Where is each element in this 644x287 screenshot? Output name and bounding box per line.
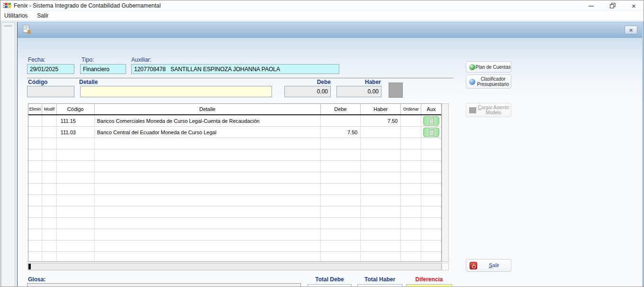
column-header-modif: Modif xyxy=(42,104,57,114)
codigo-label: Código xyxy=(28,79,47,85)
cell-codigo xyxy=(57,184,95,195)
haber-input[interactable]: 0.00 xyxy=(336,86,381,97)
cell-detalle xyxy=(95,138,321,149)
cell-debe xyxy=(321,252,361,262)
auxiliar-label: Auxiliar: xyxy=(131,56,152,63)
cell-modif xyxy=(42,184,57,195)
table-row[interactable] xyxy=(28,229,441,241)
cell-elimin xyxy=(28,195,42,206)
cell-ordenar xyxy=(401,172,421,184)
table-row[interactable] xyxy=(28,195,441,206)
minimize-button[interactable] xyxy=(581,0,602,11)
title-bar: Fenix - Sistema Integrado de Contabilida… xyxy=(0,0,644,11)
fecha-input[interactable]: 29/01/2025 xyxy=(27,64,74,74)
child-title-bar: × xyxy=(18,22,642,38)
cell-codigo xyxy=(57,252,95,262)
left-dock-panel[interactable] xyxy=(1,22,15,287)
aux-button[interactable] xyxy=(423,128,439,137)
document-icon xyxy=(429,118,434,124)
cell-ordenar xyxy=(401,115,421,127)
menu-bar: Utilitarios Salir xyxy=(0,11,644,21)
detalle-input[interactable] xyxy=(80,86,272,97)
plan-de-cuentas-button[interactable]: Plan de Cuentas xyxy=(466,61,511,73)
tipo-input[interactable]: Financiero xyxy=(80,64,126,74)
square-button[interactable] xyxy=(389,83,403,98)
table-horizontal-scrollbar[interactable] xyxy=(27,263,442,270)
application-window: Fenix - Sistema Integrado de Contabilida… xyxy=(0,0,644,287)
plan-de-cuentas-label: Plan de Cuentas xyxy=(475,65,511,70)
cell-ordenar xyxy=(401,184,421,195)
cell-haber xyxy=(361,149,401,161)
table-row[interactable] xyxy=(28,241,441,252)
cell-ordenar xyxy=(401,241,421,252)
cell-elimin xyxy=(28,161,42,172)
cargar-asiento-modelo-button[interactable]: Cargar AsientoModelo xyxy=(466,103,511,117)
cell-ordenar xyxy=(401,195,421,206)
cell-ordenar xyxy=(401,127,421,138)
table-row[interactable]: 111.15Bancos Comerciales Moneda de Curso… xyxy=(28,115,441,127)
dock-grip-handle[interactable] xyxy=(4,25,12,27)
total-haber-label: Total Haber xyxy=(357,276,402,283)
cell-elimin xyxy=(28,138,42,149)
cell-ordenar xyxy=(401,206,421,218)
table-row[interactable] xyxy=(28,149,441,161)
table-row[interactable] xyxy=(28,138,441,149)
entries-table: Elimin Modif Código Detalle Debe Haber O… xyxy=(28,103,442,262)
column-header-ordenar: Ordenar xyxy=(401,104,421,114)
cell-haber xyxy=(361,241,401,252)
clasificador-presupuestario-button[interactable]: ClasificadorPresupuestario xyxy=(466,74,511,89)
menu-salir[interactable]: Salir xyxy=(32,11,53,20)
salir-label: Salir xyxy=(477,263,511,268)
cell-modif xyxy=(42,241,57,252)
table-row[interactable] xyxy=(28,218,441,229)
cell-debe xyxy=(321,206,361,218)
menu-utilitarios[interactable]: Utilitarios xyxy=(0,11,32,20)
cell-aux xyxy=(421,127,441,138)
restore-button[interactable] xyxy=(602,0,623,11)
scroll-position-marker[interactable] xyxy=(28,264,31,269)
cell-elimin xyxy=(28,241,42,252)
auxiliar-input[interactable]: 1207708478 SANTILLAN ESPINOZA JOHANNA PA… xyxy=(131,64,339,74)
table-row[interactable] xyxy=(28,184,441,195)
cell-detalle xyxy=(95,218,321,229)
cell-aux xyxy=(421,138,441,149)
cell-elimin xyxy=(28,184,42,195)
column-header-codigo: Código xyxy=(57,104,95,114)
table-row[interactable] xyxy=(28,252,441,262)
cell-elimin xyxy=(28,115,42,127)
column-header-elimin: Elimin xyxy=(28,104,42,114)
cell-detalle xyxy=(95,149,321,161)
table-vertical-scrollbar[interactable] xyxy=(442,103,449,262)
table-row[interactable] xyxy=(28,206,441,218)
cell-modif xyxy=(42,195,57,206)
cell-debe: 7.50 xyxy=(321,127,361,138)
diferencia-field: 0.00 xyxy=(406,284,452,287)
cell-modif xyxy=(42,206,57,218)
debe-input[interactable]: 0.00 xyxy=(284,86,331,97)
cell-codigo xyxy=(57,229,95,241)
cell-aux xyxy=(421,149,441,161)
cell-detalle xyxy=(95,195,321,206)
cell-detalle xyxy=(95,184,321,195)
cell-detalle: Banco Central del Ecuador Moneda de Curs… xyxy=(95,127,321,138)
app-logo-icon xyxy=(3,2,11,9)
child-close-icon[interactable]: × xyxy=(625,26,637,34)
cell-codigo: 111.15 xyxy=(57,115,95,127)
cell-ordenar xyxy=(401,138,421,149)
total-debe-label: Total Debe xyxy=(308,276,352,283)
cell-aux xyxy=(421,218,441,229)
aux-button[interactable] xyxy=(423,116,439,126)
salir-button[interactable]: Salir xyxy=(466,259,511,272)
cell-codigo xyxy=(57,218,95,229)
cell-debe xyxy=(321,172,361,184)
glosa-input[interactable]: P/R. TRANSFERENCIA RECIBIDA DE CUENTA RO… xyxy=(27,283,301,287)
cell-modif xyxy=(42,138,57,149)
detalle-label: Detalle xyxy=(79,79,98,85)
cell-debe xyxy=(321,241,361,252)
close-button[interactable]: × xyxy=(623,0,644,11)
table-row[interactable] xyxy=(28,161,441,172)
table-row[interactable]: 111.03Banco Central del Ecuador Moneda d… xyxy=(28,127,441,138)
cell-codigo xyxy=(57,149,95,161)
codigo-input[interactable] xyxy=(27,86,74,97)
table-row[interactable] xyxy=(28,172,441,184)
